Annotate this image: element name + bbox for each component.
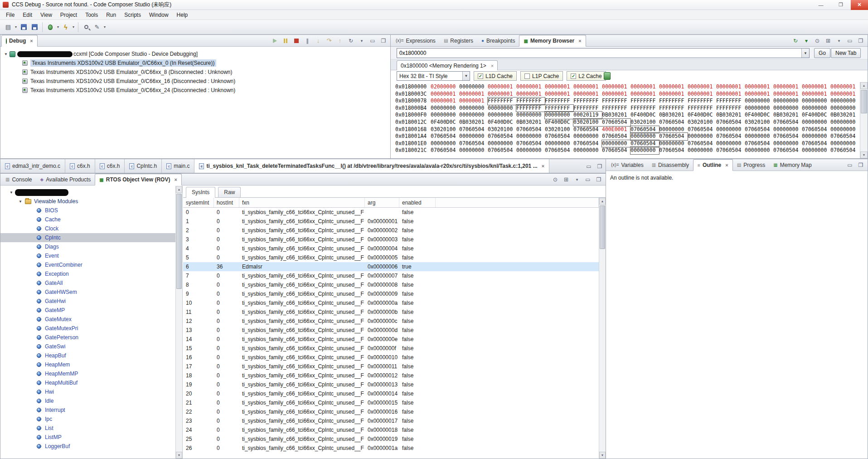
combo-dropdown-icon[interactable]: ▼ <box>462 72 470 80</box>
memory-word[interactable]: 00000000 <box>688 133 716 140</box>
memory-word[interactable]: 00000000 <box>630 133 659 140</box>
memory-word[interactable]: 00000000 <box>716 140 745 147</box>
memory-word[interactable]: 07060504 <box>459 140 488 147</box>
memory-word[interactable]: 00020119 <box>573 112 602 119</box>
memory-word[interactable]: 00000001 <box>431 91 459 98</box>
memory-word[interactable]: 03020100 <box>573 119 602 126</box>
memory-row[interactable]: 0x0180012C0F400D0C0B0302010F400D0C0B0302… <box>391 119 860 126</box>
memory-word[interactable]: 07060504 <box>573 126 602 133</box>
editor-tab[interactable]: cc6x.h <box>65 159 95 173</box>
table-scrollbar[interactable]: ▲ ▼ <box>599 198 606 459</box>
memory-word[interactable]: 00000001 <box>688 83 716 91</box>
memory-word[interactable]: 07060504 <box>688 140 716 147</box>
memory-word[interactable]: 00000000 <box>431 112 459 119</box>
memory-word[interactable]: 07060504 <box>802 140 830 147</box>
menu-edit[interactable]: Edit <box>19 10 36 20</box>
memory-word[interactable]: 00000000 <box>830 105 859 112</box>
memory-word[interactable]: FFFFFFFF <box>659 105 688 112</box>
memory-word[interactable]: 00000000 <box>545 112 573 119</box>
memory-word[interactable]: 00000000 <box>773 105 802 112</box>
module-item-gatemutexpri[interactable]: GateMutexPri <box>0 324 175 333</box>
memory-word[interactable]: 00000000 <box>802 119 830 126</box>
memory-word[interactable]: 00000000 <box>688 147 716 154</box>
close-icon[interactable]: × <box>542 163 544 169</box>
restart-icon[interactable]: ↻ <box>347 37 355 45</box>
minimize-view-icon[interactable]: ▭ <box>846 161 854 169</box>
module-item-interrupt[interactable]: Interrupt <box>0 405 175 415</box>
table-row[interactable]: 10ti_sysbios_family_c66_tci66xx_CpIntc_u… <box>183 217 599 226</box>
memory-row[interactable]: 0x018001E0000000000706050400000000070605… <box>391 140 860 147</box>
memory-word[interactable]: 07060504 <box>431 147 459 154</box>
table-row[interactable]: 130ti_sysbios_family_c66_tci66xx_CpIntc_… <box>183 326 599 335</box>
column-header-enabled[interactable]: enabled <box>399 198 436 207</box>
module-item-gatepeterson[interactable]: GatePeterson <box>0 333 175 342</box>
module-item-ipc[interactable]: Ipc <box>0 415 175 424</box>
module-item-event[interactable]: Event <box>0 251 175 260</box>
editor-tab[interactable]: cti_sysbios_knl_Task_deleteTerminatedTas… <box>194 159 549 173</box>
tab-disassembly[interactable]: ▥Disassembly <box>648 159 693 171</box>
maximize-view-icon[interactable]: ❐ <box>857 161 865 169</box>
memory-word[interactable]: 02000000 <box>431 83 459 91</box>
scrollbar-thumb[interactable] <box>600 205 605 249</box>
memory-word[interactable]: 00000000 <box>802 105 830 112</box>
debug-core-row[interactable]: Texas Instruments XDS100v2 USB Emulator_… <box>0 59 390 68</box>
memory-word[interactable]: 00000000 <box>773 98 802 105</box>
memory-word[interactable]: 00000000 <box>830 119 859 126</box>
tab-expressions[interactable]: (x)=Expressions <box>392 35 440 47</box>
external-tools-dropdown-icon[interactable]: ▾ <box>102 22 107 33</box>
table-row[interactable]: 100ti_sysbios_family_c66_tci66xx_CpIntc_… <box>183 298 599 308</box>
memory-word[interactable]: 07060504 <box>716 133 745 140</box>
memory-word[interactable]: 03020100 <box>431 126 459 133</box>
debug-core-row[interactable]: Texas Instruments XDS100v2 USB Emulator_… <box>0 77 390 86</box>
address-combo[interactable]: ▼ <box>397 48 810 58</box>
module-item-gatemutex[interactable]: GateMutex <box>0 315 175 324</box>
module-item-eventcombiner[interactable]: EventCombiner <box>0 260 175 269</box>
table-row[interactable]: 120ti_sysbios_family_c66_tci66xx_CpIntc_… <box>183 317 599 326</box>
module-item-cache[interactable]: Cache <box>0 215 175 224</box>
table-row[interactable]: 260ti_sysbios_family_c66_tci66xx_CpIntc_… <box>183 444 599 453</box>
save-memory-icon[interactable]: ▾ <box>802 37 810 45</box>
memory-word[interactable]: FFFFFFFF <box>630 105 659 112</box>
step-return-icon[interactable]: ↑ <box>336 37 344 45</box>
debug-session-row[interactable]: ▼ccxml [Code Composer Studio - Device De… <box>0 49 390 59</box>
cache-toggle-l2-cache[interactable]: ✓L2 Cache <box>567 71 606 81</box>
memory-word[interactable]: 00000001 <box>459 91 488 98</box>
memory-word[interactable]: 0B030201 <box>459 119 488 126</box>
memory-word[interactable]: 00000000 <box>659 126 688 133</box>
module-item-bios[interactable]: BIOS <box>0 206 175 215</box>
scroll-up-icon[interactable]: ▲ <box>176 186 182 193</box>
table-row[interactable]: 210ti_sysbios_family_c66_tci66xx_CpIntc_… <box>183 398 599 407</box>
module-item-idle[interactable]: Idle <box>0 396 175 405</box>
maximize-view-icon[interactable]: ❐ <box>857 37 865 45</box>
memory-word[interactable]: 07060504 <box>773 133 802 140</box>
memory-word[interactable]: 00000000 <box>431 140 459 147</box>
column-header-arg[interactable]: arg <box>365 198 399 207</box>
save-all-icon[interactable] <box>29 22 40 33</box>
memory-word[interactable]: 00000001 <box>802 91 830 98</box>
memory-word[interactable]: 07060504 <box>573 140 602 147</box>
new-tab-button[interactable]: New Tab <box>831 48 861 58</box>
memory-word[interactable]: 07060504 <box>659 147 688 154</box>
memory-word[interactable]: 07060504 <box>602 147 630 154</box>
memory-word[interactable]: FFFFFFFF <box>516 98 545 105</box>
memory-word[interactable]: 00000001 <box>688 91 716 98</box>
memory-word[interactable]: 07060504 <box>659 133 688 140</box>
table-row[interactable]: 230ti_sysbios_family_c66_tci66xx_CpIntc_… <box>183 416 599 425</box>
memory-word[interactable]: 0F400D0C <box>545 119 573 126</box>
memory-word[interactable]: 07060504 <box>602 119 630 126</box>
disconnect-icon[interactable]: ∥ <box>303 37 311 45</box>
memory-word[interactable]: FFFFFFFF <box>573 98 602 105</box>
rov-root-row[interactable]: ▼ <box>0 188 175 197</box>
memory-word[interactable]: 00000001 <box>602 83 630 91</box>
memory-word[interactable]: 00000001 <box>716 91 745 98</box>
memory-word[interactable]: 03020100 <box>488 126 516 133</box>
memory-row[interactable]: 0x01800168030201000706050403020100070605… <box>391 126 860 133</box>
terminate-icon[interactable] <box>292 37 301 45</box>
memory-word[interactable]: 00000000 <box>516 133 545 140</box>
memory-row[interactable]: 0x018001A4070605040000000007060504000000… <box>391 133 860 140</box>
module-item-loggerbuf[interactable]: LoggerBuf <box>0 442 175 451</box>
maximize-view-icon[interactable]: ❐ <box>596 162 604 171</box>
scrollbar-thumb[interactable] <box>861 90 867 113</box>
memory-word[interactable]: 00000001 <box>773 91 802 98</box>
minimize-view-icon[interactable]: ▭ <box>846 37 854 45</box>
